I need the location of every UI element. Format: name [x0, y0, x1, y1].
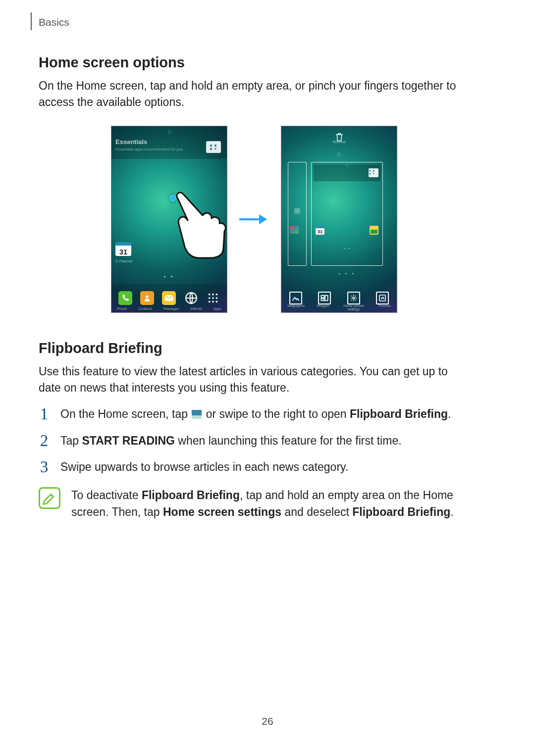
editor-bottom-labels: Wallpapers Widgets Home screen settings … [281, 304, 397, 311]
internet-icon [184, 291, 198, 305]
svg-point-14 [215, 301, 217, 302]
step-number: 1 [39, 406, 50, 422]
page-content: Home screen options On the Home screen, … [39, 54, 470, 520]
steps-list: 1 On the Home screen, tap or swipe to th… [39, 406, 470, 475]
screenshot-home-screen: ♡ Essentials Essentials apps recommended… [111, 126, 227, 313]
step-1-text: On the Home screen, tap or swipe to the … [60, 406, 451, 422]
wallpapers-icon [289, 292, 302, 304]
svg-point-11 [215, 297, 217, 299]
phone-icon [118, 291, 132, 305]
strong-flipboard: Flipboard Briefing [350, 407, 448, 420]
mini-pager: ▪ • [314, 247, 380, 252]
svg-point-0 [210, 144, 212, 146]
strong-start-reading: START READING [82, 434, 174, 447]
svg-point-10 [212, 297, 214, 299]
apps-grid-icon [206, 291, 220, 305]
svg-rect-20 [321, 299, 324, 301]
svg-point-16 [373, 170, 374, 171]
apps-chip-icon [206, 141, 221, 153]
note-text: To deactivate Flipboard Briefing, tap an… [71, 487, 470, 520]
strong-hss: Home screen settings [163, 505, 281, 518]
step-number: 3 [39, 459, 50, 475]
left-panel-outline: ↓ [288, 162, 307, 266]
note-icon [39, 487, 60, 509]
section2-title: Flipboard Briefing [39, 340, 470, 356]
download-icon: ↓ [294, 208, 300, 214]
step-2-text: Tap START READING when launching this fe… [60, 433, 402, 449]
svg-point-21 [353, 297, 355, 299]
strong-fb2: Flipboard Briefing [352, 505, 450, 518]
main-panel-outline: ♡ 31 ▪ • [311, 162, 383, 266]
step-3-text: Swipe upwards to browse articles in each… [60, 459, 348, 475]
svg-point-1 [214, 144, 216, 146]
top-bar [281, 126, 397, 148]
section2: Flipboard Briefing Use this feature to v… [39, 340, 470, 520]
svg-point-17 [369, 173, 371, 174]
label-widgets: Widgets [317, 304, 329, 311]
dock-label-apps: Apps [214, 307, 221, 310]
step-number: 2 [39, 433, 50, 449]
calendar-widget: 31 [316, 226, 324, 235]
panel-subtitle: Essentials apps recommended for you [115, 147, 183, 151]
hand-illustration [175, 190, 227, 259]
header-divider [31, 12, 32, 30]
apps-chip-icon [369, 168, 378, 177]
remove-label: Remove [281, 140, 397, 144]
home-outline-icon: ⌂ [281, 150, 397, 157]
panel-title: Essentials [115, 138, 147, 146]
label-wallpapers: Wallpapers [287, 304, 305, 311]
arrow-right-icon [239, 214, 269, 224]
briefing-inline-icon [192, 410, 202, 419]
step-3: 3 Swipe upwards to browse articles in ea… [39, 459, 470, 475]
svg-point-2 [210, 148, 212, 150]
label-themes: Themes [378, 304, 390, 311]
step-1: 1 On the Home screen, tap or swipe to th… [39, 406, 470, 422]
screenshot-home-editor: Remove ⌂ ↓ ♡ 31 ▪ • ▪ • • [281, 126, 397, 313]
label-hss: Home screen settings [341, 304, 366, 311]
strong-fb1: Flipboard Briefing [142, 489, 240, 502]
editor-pager: ▪ • • [311, 271, 383, 276]
calendar-widget: 31 [115, 242, 131, 256]
svg-point-7 [212, 294, 214, 296]
running-header: Basics [39, 16, 69, 28]
dock-label-contacts: Contacts [138, 307, 152, 310]
section1-body: On the Home screen, tap and hold an empt… [39, 78, 470, 111]
svg-point-13 [212, 301, 214, 302]
svg-point-15 [369, 170, 371, 171]
settings-icon [347, 292, 360, 304]
contacts-icon [140, 291, 154, 305]
svg-point-3 [146, 295, 149, 298]
dock-label-phone: Phone [117, 307, 127, 310]
mini-widget-row: 31 [316, 226, 378, 235]
dock-labels: Phone Contacts Messages Internet Apps [111, 307, 227, 310]
svg-point-12 [209, 301, 211, 302]
section1-title: Home screen options [39, 54, 470, 71]
dock-label-messages: Messages [163, 307, 179, 310]
themes-icon [376, 292, 389, 304]
page-number: 26 [0, 715, 535, 727]
svg-rect-18 [321, 295, 324, 298]
messages-icon [162, 291, 176, 305]
svg-point-6 [209, 294, 211, 296]
step-2: 2 Tap START READING when launching this … [39, 433, 470, 449]
svg-point-8 [215, 294, 217, 296]
section2-body: Use this feature to view the latest arti… [39, 363, 470, 397]
top-panel: Essentials Essentials apps recommended f… [111, 126, 227, 159]
calendar-label: S Planner [115, 259, 133, 263]
widgets-icon [318, 292, 331, 304]
gallery-mini-icon [290, 226, 299, 234]
dock-label-internet: Internet [190, 307, 202, 310]
svg-point-9 [209, 297, 211, 299]
picture-widget [370, 226, 378, 235]
figure-row: ♡ Essentials Essentials apps recommended… [39, 126, 470, 313]
note-block: To deactivate Flipboard Briefing, tap an… [39, 487, 470, 520]
svg-rect-19 [325, 295, 328, 301]
page-indicator: ▪ • [111, 274, 227, 279]
